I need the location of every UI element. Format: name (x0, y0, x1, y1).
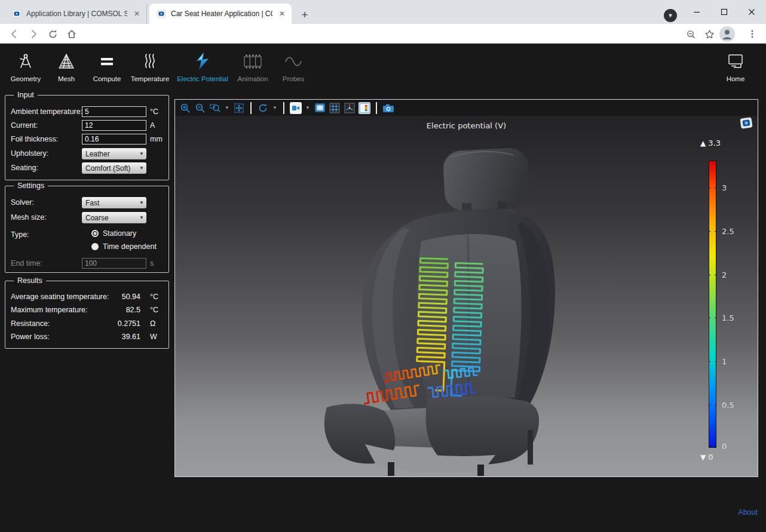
comsol-app: Geometry Mesh Compute Temperature Electr… (0, 44, 766, 532)
new-tab-button[interactable]: + (297, 8, 312, 23)
dropdown-value: Coarse (82, 214, 137, 222)
ribbon-label: Electric Potential (177, 75, 228, 82)
end-time-unit: s (150, 259, 154, 267)
foil-thickness-label: Foil thickness: (11, 135, 58, 143)
rotate-dropdown-icon[interactable]: ▼ (272, 105, 278, 110)
legend-tick: 3 (722, 183, 727, 192)
legend-max: ▲3.3 (700, 139, 721, 147)
solver-label: Solver: (11, 198, 34, 207)
ambient-temperature-input[interactable] (82, 106, 146, 117)
ribbon-label: Mesh (58, 75, 75, 82)
group-input: Input Ambient temperature: °C Current: A… (5, 95, 169, 180)
group-settings: Settings Solver: Fast ▼ Mesh size: Coars… (5, 186, 169, 273)
dropdown-value: Comfort (Soft) (82, 164, 137, 173)
seating-dropdown[interactable]: Comfort (Soft) ▼ (82, 162, 146, 174)
snapshot-camera-icon[interactable] (382, 102, 394, 114)
ribbon-label: Geometry (11, 75, 41, 82)
tab-close-icon[interactable]: ✕ (132, 9, 142, 19)
mesh-size-label: Mesh size: (11, 213, 47, 222)
legend-min-value: 0 (708, 453, 713, 462)
browser-menu-icon[interactable] (744, 26, 760, 42)
legend-tick: 1.5 (722, 313, 734, 322)
group-title: Input (14, 91, 38, 99)
mesh-icon (57, 52, 75, 71)
toolbar-separator (283, 102, 284, 114)
zoom-in-icon[interactable] (179, 102, 191, 114)
reload-button[interactable] (45, 26, 60, 42)
legend-max-marker-icon: ▲ (700, 139, 706, 147)
legend-min-marker-icon: ▼ (700, 453, 706, 462)
browser-titlebar: Application Library | COMSOL Se ✕ Car Se… (0, 0, 766, 24)
plot-canvas-3d-view[interactable]: Electric potential (V) (175, 116, 758, 476)
page-zoom-icon[interactable] (683, 26, 698, 42)
tab-title: Car Seat Heater Application | CO (171, 10, 272, 18)
end-time-label: End time: (11, 259, 42, 267)
result-value: 50.94 (122, 293, 140, 301)
group-title: Results (14, 276, 46, 285)
zoom-out-icon[interactable] (194, 102, 206, 114)
home-button-browser[interactable] (64, 26, 79, 42)
result-label: Power loss: (11, 333, 50, 341)
window-close-button[interactable] (738, 0, 765, 24)
axes-icon[interactable] (344, 102, 356, 114)
mesh-size-dropdown[interactable]: Coarse ▼ (82, 212, 146, 223)
result-value: 0.2751 (118, 319, 140, 328)
solver-dropdown[interactable]: Fast ▼ (82, 197, 146, 208)
forward-button[interactable] (26, 26, 41, 42)
window-minimize-button[interactable] (683, 0, 710, 24)
about-link[interactable]: About (738, 508, 758, 516)
geometry-icon (17, 52, 34, 71)
probes-wave-icon (284, 52, 303, 71)
radio-label: Time dependent (103, 242, 157, 251)
tab-car-seat-heater[interactable]: Car Seat Heater Application | CO ✕ (149, 4, 292, 24)
default-view-icon[interactable] (290, 102, 302, 114)
foil-thickness-input[interactable] (82, 134, 146, 144)
ribbon-button-home[interactable]: Home (710, 52, 761, 82)
download-status-icon[interactable]: ▼ (664, 9, 677, 22)
color-legend-toggle-icon[interactable] (359, 102, 370, 114)
comsol-favicon-icon (157, 9, 166, 19)
dropdown-value: Fast (82, 199, 137, 207)
tab-title: Application Library | COMSOL Se (26, 10, 127, 18)
upholstery-dropdown[interactable]: Leather ▼ (82, 148, 146, 159)
home-screen-icon (726, 52, 745, 71)
ribbon-label: Probes (283, 75, 304, 82)
ribbon-button-animation: Animation (233, 52, 272, 82)
result-label: Resistance: (11, 319, 50, 328)
radio-stationary[interactable]: Stationary (91, 229, 136, 238)
rotate-view-icon[interactable] (257, 102, 269, 114)
ribbon-button-electric-potential[interactable]: Electric Potential (176, 52, 229, 82)
tab-close-icon[interactable]: ✕ (277, 9, 287, 19)
compute-equals-icon (98, 52, 116, 71)
radio-selected-icon (91, 230, 99, 237)
ribbon-label: Home (727, 75, 745, 82)
scene-light-icon[interactable] (314, 102, 326, 114)
foil-thickness-unit: mm (150, 135, 163, 143)
toolbar-separator (376, 102, 377, 114)
bookmark-star-icon[interactable] (701, 26, 717, 42)
profile-avatar[interactable] (719, 26, 736, 42)
chevron-down-icon: ▼ (137, 165, 146, 171)
ribbon-label: Compute (93, 75, 121, 82)
grid-icon[interactable] (329, 102, 341, 114)
tab-application-library[interactable]: Application Library | COMSOL Se ✕ (5, 4, 147, 24)
zoom-box-dropdown-icon[interactable]: ▼ (224, 105, 230, 110)
legend-tick: 0.5 (722, 401, 734, 410)
radio-time-dependent[interactable]: Time dependent (91, 242, 157, 251)
window-maximize-button[interactable] (710, 0, 738, 24)
group-title: Settings (14, 182, 48, 190)
ambient-temperature-label: Ambient temperature: (11, 107, 82, 116)
ribbon-button-probes: Probes (276, 52, 311, 82)
current-input[interactable] (82, 120, 146, 131)
result-label: Maximum temperature: (11, 306, 88, 314)
animation-film-icon (243, 52, 263, 71)
car-seat-3d-model (318, 133, 605, 476)
graphics-widget: ▼ ▼ ▼ (174, 99, 758, 477)
zoom-extents-icon[interactable] (233, 102, 245, 114)
chevron-down-icon: ▼ (137, 200, 146, 205)
view-dropdown-icon[interactable]: ▼ (305, 105, 311, 110)
ribbon-button-temperature[interactable]: Temperature (124, 52, 176, 82)
chevron-down-icon: ▼ (137, 215, 146, 220)
back-button[interactable] (7, 26, 22, 42)
zoom-box-icon[interactable] (209, 102, 221, 114)
